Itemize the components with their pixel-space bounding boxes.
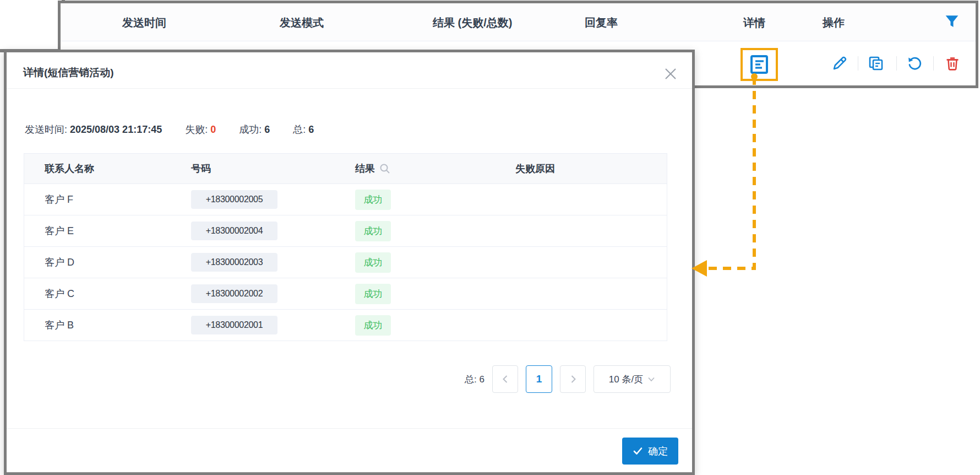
action-separator xyxy=(858,56,858,71)
send-time-value: 2025/08/03 21:17:45 xyxy=(70,124,162,135)
chevron-down-icon xyxy=(647,375,655,383)
phone-number: +18300002003 xyxy=(191,253,277,272)
col-header-result: 结果 xyxy=(337,162,497,175)
action-separator xyxy=(896,56,897,71)
contact-name: 客户 E xyxy=(24,224,173,238)
details-modal: 详情(短信营销活动) 发送时间: 2025/08/03 21:17:45 失败:… xyxy=(4,50,695,475)
col-header-reply-rate: 回复率 xyxy=(585,15,618,30)
phone-number: +18300002002 xyxy=(191,284,277,303)
modal-title: 详情(短信营销活动) xyxy=(23,66,114,80)
table-row: 客户 E +18300002004 成功 xyxy=(24,215,667,246)
next-page-button[interactable] xyxy=(560,365,586,393)
col-header-send-time: 发送时间 xyxy=(122,15,166,30)
pagination-total: 总: 6 xyxy=(465,373,484,386)
modal-footer: 确定 xyxy=(7,428,692,472)
contact-name: 客户 C xyxy=(24,287,173,300)
success-label: 成功: xyxy=(239,124,262,135)
edit-pencil-icon[interactable] xyxy=(831,55,848,72)
result-badge: 成功 xyxy=(355,252,391,273)
close-x-icon[interactable] xyxy=(663,67,678,81)
annotation-dashed-arrow xyxy=(689,72,761,281)
success-value: 6 xyxy=(264,124,270,135)
phone-number: +18300002005 xyxy=(191,190,277,209)
send-summary-row: 发送时间: 2025/08/03 21:17:45 失败: 0 成功: 6 总:… xyxy=(25,123,337,136)
contacts-result-table: 联系人名称 号码 结果 失败原因 客户 F +18300002005 成功 客户… xyxy=(24,153,667,341)
total-stat: 总: 6 xyxy=(293,123,314,136)
page-size-select[interactable]: 10 条/页 xyxy=(594,365,671,393)
col-header-actions: 操作 xyxy=(823,15,845,30)
table-row: 客户 C +18300002002 成功 xyxy=(24,278,667,309)
campaign-table-header-row: 发送时间 发送模式 结果 (失败/总数) 回复率 详情 操作 xyxy=(61,3,976,41)
contacts-table-header: 联系人名称 号码 结果 失败原因 xyxy=(24,154,667,183)
contact-name: 客户 B xyxy=(24,319,173,332)
refresh-icon[interactable] xyxy=(906,55,923,72)
contact-name: 客户 F xyxy=(24,193,173,206)
pagination: 总: 6 1 10 条/页 xyxy=(465,365,671,393)
confirm-button-label: 确定 xyxy=(648,445,668,458)
phone-number: +18300002001 xyxy=(191,316,277,334)
result-badge: 成功 xyxy=(355,315,391,336)
delete-trash-icon[interactable] xyxy=(944,55,961,72)
total-value: 6 xyxy=(308,124,314,135)
col-header-result: 结果 (失败/总数) xyxy=(433,15,512,30)
phone-number: +18300002004 xyxy=(191,222,277,240)
success-stat: 成功: 6 xyxy=(239,123,270,136)
table-row: 客户 B +18300002001 成功 xyxy=(24,309,667,341)
check-icon xyxy=(633,446,643,456)
copy-icon[interactable] xyxy=(868,55,884,72)
contact-name: 客户 D xyxy=(24,256,173,269)
result-badge: 成功 xyxy=(355,284,391,304)
table-row: 客户 D +18300002003 成功 xyxy=(24,246,667,278)
col-header-detail: 详情 xyxy=(743,15,765,30)
send-time-stat: 发送时间: 2025/08/03 21:17:45 xyxy=(25,123,162,136)
page-size-value: 10 条/页 xyxy=(609,373,643,386)
col-header-send-mode: 发送模式 xyxy=(280,15,324,30)
result-badge: 成功 xyxy=(355,221,391,241)
prev-page-button[interactable] xyxy=(492,365,518,393)
total-label: 总: xyxy=(293,124,306,135)
failed-stat: 失败: 0 xyxy=(185,123,216,136)
result-badge: 成功 xyxy=(355,190,391,210)
modal-header: 详情(短信营销活动) xyxy=(7,52,692,89)
col-header-fail-reason: 失败原因 xyxy=(497,162,668,175)
confirm-button[interactable]: 确定 xyxy=(622,438,678,465)
failed-label: 失败: xyxy=(185,124,208,135)
col-header-contact-name: 联系人名称 xyxy=(24,162,173,175)
table-row: 客户 F +18300002005 成功 xyxy=(24,183,667,215)
col-header-number: 号码 xyxy=(173,162,337,175)
current-page-button[interactable]: 1 xyxy=(526,365,552,393)
filter-funnel-icon[interactable] xyxy=(943,13,961,30)
action-separator xyxy=(933,56,934,71)
send-time-label: 发送时间: xyxy=(25,124,67,135)
background-panel-fragment xyxy=(0,0,65,52)
failed-value: 0 xyxy=(210,124,216,135)
search-icon[interactable] xyxy=(379,163,390,174)
